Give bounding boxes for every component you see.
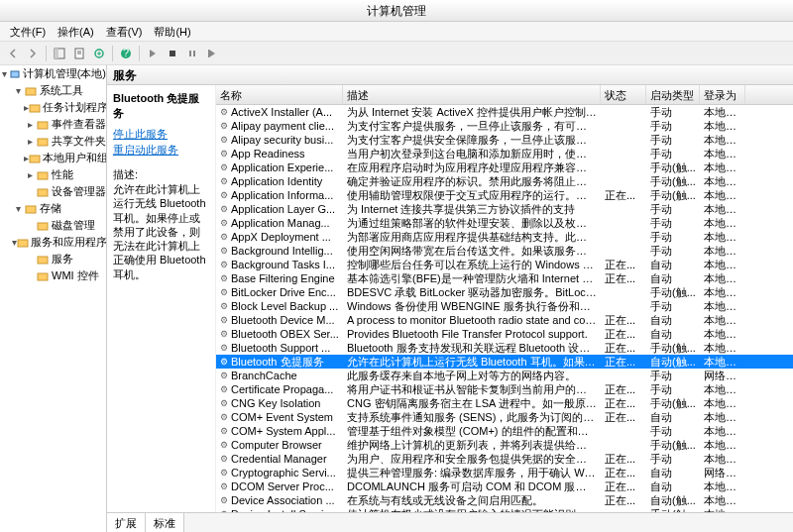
service-status-cell: 正在... (601, 479, 646, 493)
service-row[interactable]: ⚙Cryptographic Servi...提供三种管理服务: 编录数据库服务… (216, 466, 793, 479)
service-row[interactable]: ⚙Background Intellig...使用空闲网络带宽在后台传送文件。如… (216, 244, 793, 258)
service-list: ⚙ActiveX Installer (A...为从 Internet 安装 A… (216, 105, 793, 512)
service-row[interactable]: ⚙BranchCache此服务缓存来自本地子网上对等方的网络内容。手动网络服..… (216, 369, 793, 382)
service-desc-cell: Bluetooth 服务支持发现和关联远程 Bluetooth 设备。停止或禁用… (343, 341, 601, 355)
service-row[interactable]: ⚙Device Association ...在系统与有线或无线设备之间启用匹配… (216, 493, 793, 507)
service-row[interactable]: ⚙Bluetooth Device M...A process to monit… (216, 313, 793, 327)
service-row[interactable]: ⚙BitLocker Drive Enc...BDESVC 承载 BitLock… (216, 285, 793, 299)
service-row[interactable]: ⚙Application Experie...在应用程序启动时为应用程序处理应用… (216, 160, 793, 174)
stop-service-link[interactable]: 停止此服务 (113, 127, 209, 142)
play-icon[interactable] (144, 45, 162, 62)
service-name-cell: ⚙ActiveX Installer (A... (216, 105, 343, 119)
tree-root[interactable]: ▾ 计算机管理(本地) (0, 65, 106, 82)
tree-item[interactable]: ▾服务和应用程序 (0, 234, 106, 251)
tree-item[interactable]: 服务 (0, 251, 106, 267)
service-logon-cell: 本地系... (700, 258, 745, 271)
restart-service-link[interactable]: 重启动此服务 (113, 143, 209, 158)
service-row[interactable]: ⚙Application Manag...为通过组策略部署的软件处理安装、删除以… (216, 216, 793, 230)
tree-item[interactable]: ▸性能 (0, 166, 106, 183)
service-logon-cell: 本地系... (700, 285, 745, 299)
properties-icon[interactable] (70, 45, 88, 62)
back-icon[interactable] (4, 45, 22, 62)
service-logon-cell: 本地服... (700, 341, 745, 355)
menu-view[interactable]: 查看(V) (100, 22, 149, 41)
service-row[interactable]: ⚙Credential Manager为用户、应用程序和安全服务包提供凭据的安全… (216, 452, 793, 466)
tree-item[interactable]: 设备管理器 (0, 183, 106, 200)
selected-service-name: Bluetooth 免提服务 (113, 91, 209, 121)
service-status-cell (601, 160, 646, 174)
service-row[interactable]: ⚙Application Identity确定并验证应用程序的标识。禁用此服务将… (216, 174, 793, 188)
service-row[interactable]: ⚙Application Informa...使用辅助管理权限便于交互式应用程序… (216, 188, 793, 202)
pause-icon[interactable] (183, 45, 201, 62)
tree-item[interactable]: ▸任务计划程序 (0, 99, 106, 116)
service-startup-cell: 手动(触... (646, 174, 700, 188)
tree-item[interactable]: ▸共享文件夹 (0, 133, 106, 150)
service-row[interactable]: ⚙AppX Deployment ...为部署应用商店应用程序提供基础结构支持。… (216, 230, 793, 244)
col-header-name[interactable]: 名称 (216, 85, 343, 104)
col-header-status[interactable]: 状态 (601, 85, 646, 104)
svg-rect-21 (38, 223, 48, 230)
service-logon-cell: 本地系... (700, 438, 745, 452)
service-startup-cell: 手动(触... (646, 341, 700, 355)
service-row[interactable]: ⚙Base Filtering Engine基本筛选引擎(BFE)是一种管理防火… (216, 271, 793, 285)
service-name-cell: ⚙Alipay security busi... (216, 133, 343, 147)
service-row[interactable]: ⚙Computer Browser维护网络上计算机的更新列表，并将列表提供给计算… (216, 438, 793, 452)
service-name-cell: ⚙DCOM Server Proc... (216, 479, 343, 493)
service-row[interactable]: ⚙COM+ System Appl...管理基于组件对象模型 (COM+) 的组… (216, 424, 793, 438)
tree-item[interactable]: ▸事件查看器 (0, 116, 106, 133)
gear-icon: ⚙ (220, 466, 228, 479)
restart-icon[interactable] (203, 45, 221, 62)
service-startup-cell: 手动(触... (646, 438, 700, 452)
service-startup-cell: 自动 (646, 258, 700, 271)
service-startup-cell: 自动 (646, 479, 700, 493)
service-row[interactable]: ⚙Alipay security busi...为支付宝客户提供安全保障服务，一… (216, 133, 793, 147)
tree-item[interactable]: 磁盘管理 (0, 217, 106, 234)
service-startup-cell: 手动 (646, 424, 700, 438)
service-row[interactable]: ⚙Certificate Propaga...将用户证书和根证书从智能卡复制到当… (216, 382, 793, 396)
service-row[interactable]: ⚙CNG Key IsolationCNG 密钥隔离服务宿主在 LSA 进程中。… (216, 396, 793, 410)
tree-item[interactable]: WMI 控件 (0, 267, 106, 284)
svg-rect-17 (30, 156, 40, 162)
service-row[interactable]: ⚙Bluetooth 免提服务允许在此计算机上运行无线 Bluetooth 耳机… (216, 355, 793, 369)
svg-rect-12 (11, 71, 19, 77)
service-row[interactable]: ⚙COM+ Event System支持系统事件通知服务 (SENS)，此服务为… (216, 410, 793, 424)
menu-help[interactable]: 帮助(H) (148, 22, 196, 41)
service-desc-cell: 使用空闲网络带宽在后台传送文件。如果该服务被禁用，则依赖于 BITS 的任何应用… (343, 244, 601, 258)
gear-icon: ⚙ (220, 147, 228, 160)
description-text: 允许在此计算机上运行无线 Bluetooth 耳机。如果停止或禁用了此设备，则无… (113, 182, 209, 281)
export-icon[interactable] (90, 45, 108, 62)
service-row[interactable]: ⚙DCOM Server Proc...DCOMLAUNCH 服务可启动 COM… (216, 479, 793, 493)
help-icon[interactable]: ? (117, 45, 135, 62)
tab-extended[interactable]: 扩展 (107, 513, 146, 532)
service-row[interactable]: ⚙Application Layer G...为 Internet 连接共享提供… (216, 202, 793, 216)
service-desc-cell: Provides Bluetooth File Transfer Protoco… (343, 327, 601, 341)
menu-file[interactable]: 文件(F) (4, 22, 52, 41)
col-header-logon[interactable]: 登录为 (700, 85, 745, 104)
service-row[interactable]: ⚙App Readiness当用户初次登录到这台电脑和添加新应用时，使应用进入就… (216, 147, 793, 160)
tree-item[interactable]: ▾系统工具 (0, 82, 106, 99)
service-row[interactable]: ⚙ActiveX Installer (A...为从 Internet 安装 A… (216, 105, 793, 119)
show-hide-icon[interactable] (51, 45, 68, 62)
col-header-desc[interactable]: 描述 (343, 85, 601, 104)
service-row[interactable]: ⚙Bluetooth OBEX Ser...Provides Bluetooth… (216, 327, 793, 341)
service-row[interactable]: ⚙Bluetooth Support ...Bluetooth 服务支持发现和关… (216, 341, 793, 355)
service-desc-cell: 为通过组策略部署的软件处理安装、删除以及枚举请求。如果该服务被禁用，则用户将不能… (343, 216, 601, 230)
forward-icon[interactable] (24, 45, 42, 62)
folder-icon (29, 152, 41, 165)
folder-icon (36, 118, 50, 132)
service-row[interactable]: ⚙Background Tasks I...控制哪些后台任务可以在系统上运行的 … (216, 258, 793, 271)
service-row[interactable]: ⚙Block Level Backup ...Windows 备份使用 WBEN… (216, 299, 793, 313)
tree-item[interactable]: ▾存储 (0, 200, 106, 217)
service-startup-cell: 自动(触... (646, 355, 700, 369)
gear-icon: ⚙ (220, 327, 228, 341)
col-header-startup[interactable]: 启动类型 (646, 85, 700, 104)
tree-item[interactable]: ▸本地用户和组 (0, 150, 106, 166)
tree-item-label: 服务和应用程序 (31, 235, 107, 250)
tab-standard[interactable]: 标准 (146, 513, 184, 532)
service-row[interactable]: ⚙Alipay payment clie...为支付宝客户提供服务，一旦停止该服… (216, 119, 793, 133)
service-startup-cell: 自动 (646, 271, 700, 285)
service-logon-cell: 本地系... (700, 396, 745, 410)
menu-action[interactable]: 操作(A) (52, 22, 100, 41)
service-logon-cell: 网络服... (700, 466, 745, 479)
stop-icon[interactable] (164, 45, 181, 62)
